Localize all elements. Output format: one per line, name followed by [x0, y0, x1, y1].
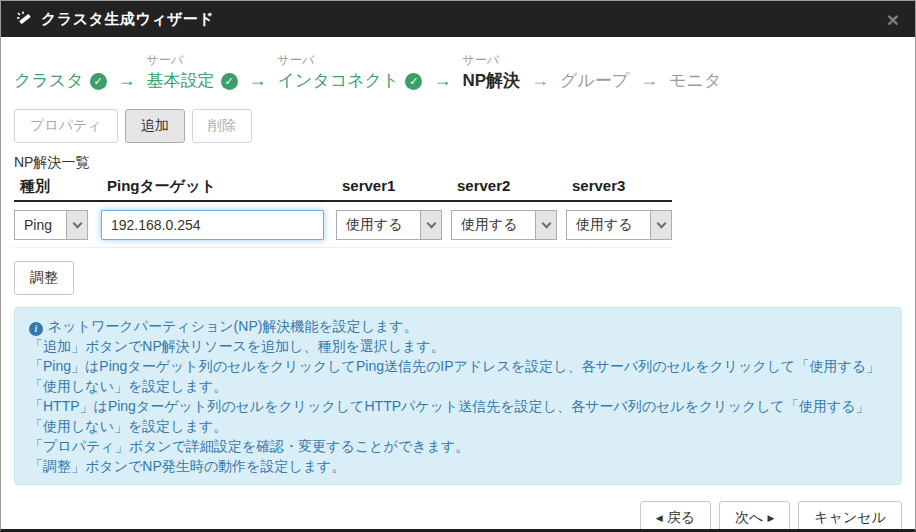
wizard-step-interconnect[interactable]: サーバ インタコネクト ✓	[278, 51, 423, 93]
info-text: 「調整」ボタンでNP発生時の動作を設定します。	[29, 456, 887, 476]
check-icon: ✓	[221, 73, 238, 90]
step-sublabel	[14, 51, 107, 69]
server1-select[interactable]: 使用する	[336, 210, 442, 240]
wizard-wand-icon	[15, 10, 33, 28]
table-row: Ping 使用する 使用する	[14, 202, 672, 248]
server1-select-value: 使用する	[337, 211, 420, 239]
cluster-wizard-dialog: クラスタ生成ウィザード × クラスタ ✓ → サーバ 基本設定 ✓ →	[0, 0, 916, 532]
type-select[interactable]: Ping	[14, 210, 88, 240]
wizard-steps: クラスタ ✓ → サーバ 基本設定 ✓ → サーバ インタコネクト ✓	[14, 51, 902, 93]
wizard-step-monitor[interactable]: モニタ	[669, 51, 721, 93]
step-sublabel: サーバ	[462, 51, 520, 69]
info-text: 「Ping」はPingターゲット列のセルをクリックしてPing送信先のIPアドレ…	[29, 356, 887, 376]
ping-target-input[interactable]	[101, 210, 324, 240]
info-text: 「HTTP」はPingターゲット列のセルをクリックしてHTTPパケット送信先を設…	[29, 396, 887, 416]
table-header-row: 種別 Pingターゲット server1 server2 server3	[14, 177, 672, 202]
arrow-icon: →	[433, 68, 451, 92]
info-text: ネットワークパーティション(NP)解決機能を設定します。	[48, 318, 418, 334]
wizard-step-group[interactable]: グループ	[560, 51, 629, 93]
step-label: クラスタ	[14, 69, 84, 93]
title-bar: クラスタ生成ウィザード ×	[1, 1, 915, 37]
back-button[interactable]: ◀ 戻る	[640, 501, 711, 532]
next-button-label: 次へ	[735, 509, 763, 527]
step-label: NP解決	[462, 69, 520, 93]
info-box: iネットワークパーティション(NP)解決機能を設定します。 「追加」ボタンでNP…	[14, 307, 902, 485]
step-sublabel	[669, 51, 721, 69]
type-select-value: Ping	[15, 211, 66, 239]
step-sublabel: サーバ	[147, 51, 238, 69]
toolbar: プロパティ 追加 削除	[14, 109, 902, 143]
info-text: 「使用しない」を設定します。	[29, 376, 887, 396]
arrow-icon: →	[531, 68, 549, 92]
step-sublabel: サーバ	[278, 51, 423, 69]
np-resolution-table: 種別 Pingターゲット server1 server2 server3 Pin…	[14, 177, 672, 248]
chevron-down-icon	[420, 211, 441, 239]
column-header-ping-target: Pingターゲット	[101, 177, 336, 196]
server3-select-value: 使用する	[567, 211, 650, 239]
server2-select[interactable]: 使用する	[451, 210, 557, 240]
column-header-server2: server2	[451, 177, 566, 196]
arrow-icon: →	[640, 68, 658, 92]
info-text: 「プロパティ」ボタンで詳細設定を確認・変更することができます。	[29, 436, 887, 456]
info-text: 「使用しない」を設定します。	[29, 416, 887, 436]
column-header-type: 種別	[14, 177, 101, 196]
back-triangle-icon: ◀	[656, 514, 663, 523]
step-label: 基本設定	[147, 69, 215, 93]
back-button-label: 戻る	[667, 509, 695, 527]
server3-select[interactable]: 使用する	[566, 210, 672, 240]
column-header-server1: server1	[336, 177, 451, 196]
tune-button[interactable]: 調整	[14, 261, 74, 295]
np-list-caption: NP解決一覧	[14, 154, 902, 172]
check-icon: ✓	[90, 73, 107, 90]
step-label: インタコネクト	[278, 69, 400, 93]
info-icon: i	[29, 322, 43, 336]
server2-select-value: 使用する	[452, 211, 535, 239]
step-sublabel	[560, 51, 629, 69]
check-icon: ✓	[405, 73, 422, 90]
next-triangle-icon: ▶	[767, 514, 774, 523]
chevron-down-icon	[650, 211, 671, 239]
chevron-down-icon	[66, 211, 87, 239]
remove-button[interactable]: 削除	[192, 109, 252, 143]
dialog-title: クラスタ生成ウィザード	[41, 10, 214, 29]
column-header-server3: server3	[566, 177, 672, 196]
footer-buttons: ◀ 戻る 次へ ▶ キャンセル	[1, 501, 915, 532]
next-button[interactable]: 次へ ▶	[719, 501, 790, 532]
cancel-button[interactable]: キャンセル	[798, 501, 902, 532]
properties-button[interactable]: プロパティ	[14, 109, 118, 143]
wizard-step-np-resolution[interactable]: サーバ NP解決	[462, 51, 520, 93]
wizard-step-basic-settings[interactable]: サーバ 基本設定 ✓	[147, 51, 238, 93]
close-icon[interactable]: ×	[885, 9, 901, 30]
step-label: グループ	[560, 69, 629, 93]
chevron-down-icon	[535, 211, 556, 239]
wizard-step-cluster[interactable]: クラスタ ✓	[14, 51, 107, 93]
info-text: 「追加」ボタンでNP解決リソースを追加し、種別を選択します。	[29, 336, 887, 356]
arrow-icon: →	[249, 68, 267, 92]
add-button[interactable]: 追加	[125, 109, 185, 143]
step-label: モニタ	[669, 69, 721, 93]
arrow-icon: →	[118, 68, 136, 92]
